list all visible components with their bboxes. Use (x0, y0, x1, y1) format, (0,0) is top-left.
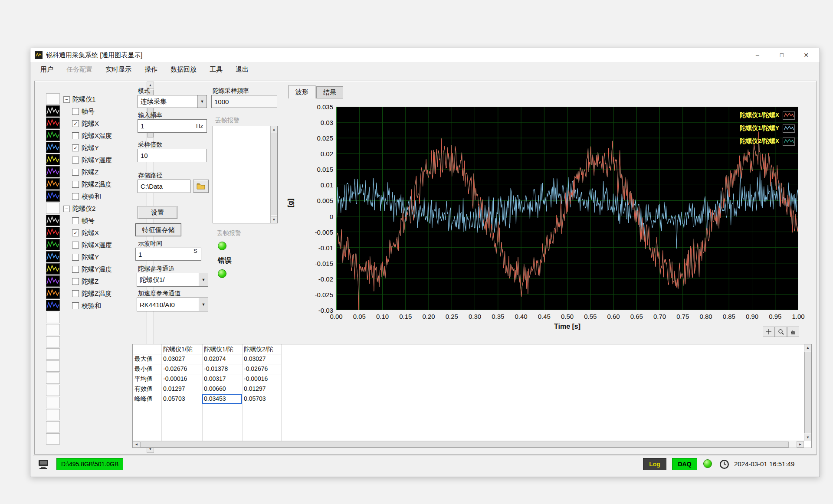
channel-checkbox[interactable] (72, 217, 79, 224)
mode-combo[interactable]: 连续采集 ▼ (138, 95, 207, 108)
table-row-label: 最大值 (134, 354, 153, 364)
menu-item-5[interactable]: 工具 (203, 65, 229, 74)
gyro-ref-combo[interactable]: 陀螺仪1/ ▼ (137, 273, 208, 287)
chevron-down-icon[interactable]: ▼ (197, 95, 207, 108)
scrollbar-thumb[interactable] (140, 442, 789, 448)
legend-item[interactable]: 陀螺仪1/陀螺Y (633, 122, 795, 135)
channel-checkbox[interactable]: ✓ (72, 229, 79, 236)
x-tick-label: 0.55 (584, 313, 597, 320)
table-cell[interactable]: 0.01297 (244, 384, 266, 394)
menu-item-4[interactable]: 数据回放 (164, 65, 203, 74)
menu-item-3[interactable]: 操作 (138, 65, 164, 74)
scroll-up-icon[interactable]: ▲ (271, 126, 277, 133)
close-button[interactable]: ✕ (796, 48, 816, 62)
table-hscrollbar[interactable]: ◄► (133, 441, 804, 448)
channel-checkbox[interactable] (72, 302, 79, 309)
title-bar[interactable]: 锐科通用采集系统 [通用图表显示] – □ ✕ (30, 48, 820, 62)
minimize-button[interactable]: – (748, 48, 767, 62)
table-cell[interactable]: 0.00317 (204, 374, 226, 384)
table-cell[interactable]: 0.03027 (244, 354, 266, 364)
menu-item-0[interactable]: 用户 (34, 65, 60, 74)
graph-cursor-tool-icon[interactable] (763, 327, 775, 337)
table-cell[interactable]: 0.05703 (244, 394, 266, 404)
table-vscrollbar[interactable]: ▲▼ (804, 344, 811, 441)
scroll-down-icon[interactable]: ▼ (271, 216, 277, 223)
path-field[interactable] (138, 180, 190, 193)
table-cell[interactable]: -0.02676 (244, 364, 268, 374)
graph-pan-tool-icon[interactable] (787, 327, 799, 337)
channel-checkbox[interactable] (72, 132, 79, 139)
listbox-scrollbar[interactable]: ▲ ▼ (270, 126, 277, 223)
table-cell[interactable]: -0.02676 (163, 364, 187, 374)
scroll-down-icon[interactable]: ▼ (804, 434, 811, 441)
table-cell[interactable]: 0.05703 (163, 394, 185, 404)
channel-checkbox[interactable] (72, 169, 79, 176)
settings-button[interactable]: 设置 (138, 206, 177, 219)
scope-time-field[interactable] (135, 248, 201, 261)
menu-item-2[interactable]: 实时显示 (99, 65, 138, 74)
log-button[interactable]: Log (643, 458, 666, 470)
tree-group-label: 陀螺仪2 (72, 205, 95, 213)
menu-item-6[interactable]: 退出 (229, 65, 255, 74)
table-cell[interactable]: 0.01297 (163, 384, 185, 394)
channel-checkbox[interactable] (72, 193, 79, 200)
table-cell[interactable]: -0.01378 (204, 364, 228, 374)
channel-waveform-icon (46, 288, 60, 299)
selected-cell-outline (202, 394, 242, 404)
drop-alarm-listbox[interactable]: ▲ ▼ (213, 126, 278, 223)
chevron-down-icon[interactable]: ▼ (199, 273, 208, 286)
stats-table[interactable]: 陀螺仪1/陀陀螺仪1/陀陀螺仪2/陀最大值0.030270.020740.030… (132, 344, 812, 448)
y-tick-label: 0.005 (317, 197, 333, 204)
gyro-ref-label: 陀螺参考通道 (138, 265, 174, 273)
channel-checkbox[interactable] (72, 290, 79, 297)
gyro-rate-field[interactable] (211, 95, 277, 108)
table-cell[interactable]: 0.02074 (204, 354, 226, 364)
channel-checkbox[interactable] (72, 242, 79, 249)
channel-checkbox[interactable] (72, 254, 79, 261)
table-cell[interactable]: 0.00660 (204, 384, 226, 394)
channel-checkbox[interactable]: ✓ (72, 120, 79, 127)
legend-item[interactable]: 陀螺仪1/陀螺X (633, 109, 795, 122)
scroll-right-icon[interactable]: ► (797, 441, 804, 448)
channel-checkbox[interactable] (72, 266, 79, 273)
graph-zoom-tool-icon[interactable] (775, 327, 787, 337)
channel-checkbox[interactable] (72, 108, 79, 115)
daq-button[interactable]: DAQ (672, 458, 697, 470)
scroll-up-icon[interactable]: ▲ (804, 344, 811, 351)
disk-usage-badge: D:\495.8GB\501.0GB (56, 458, 123, 470)
tree-group[interactable]: −陀螺仪1 (62, 93, 145, 105)
table-cell[interactable]: -0.00016 (244, 374, 268, 384)
chevron-down-icon[interactable]: ▼ (199, 298, 208, 311)
y-tick-label: 0.025 (317, 134, 333, 142)
channel-checkbox[interactable] (72, 181, 79, 188)
channel-checkbox[interactable]: ✓ (72, 144, 79, 151)
table-cell[interactable]: 0.03027 (163, 354, 185, 364)
sample-mult-field[interactable] (138, 149, 207, 162)
tab-result[interactable]: 结果 (316, 86, 343, 98)
table-gridline (202, 344, 203, 441)
x-tick-label: 0.80 (699, 313, 712, 320)
channel-checkbox[interactable] (72, 157, 79, 164)
tree-group[interactable]: −陀螺仪2 (62, 203, 145, 215)
channel-waveform-icon (46, 105, 60, 117)
table-gridline (133, 424, 281, 424)
scope-time-label: 示波时间 (138, 240, 162, 248)
tree-channel-label: 校验和 (82, 193, 101, 201)
tree-channel-label: 陀螺Y (82, 253, 99, 262)
tab-waveform[interactable]: 波形 (289, 85, 315, 98)
expand-toggle-icon[interactable]: − (63, 206, 70, 212)
browse-folder-button[interactable] (193, 180, 209, 193)
x-axis-ticks: 0.000.050.100.150.200.250.300.350.400.45… (336, 313, 798, 321)
feature-store-button[interactable]: 特征值存储 (135, 223, 181, 236)
expand-toggle-icon[interactable]: − (63, 96, 70, 103)
strip-empty-cell (46, 360, 60, 372)
legend-item[interactable]: 陀螺仪2/陀螺X (633, 135, 795, 148)
table-cell[interactable]: -0.00016 (163, 374, 187, 384)
scroll-left-icon[interactable]: ◄ (133, 441, 140, 448)
clock-icon (719, 459, 730, 471)
accel-ref-combo[interactable]: RK4410/AI0 ▼ (137, 298, 208, 311)
maximize-button[interactable]: □ (772, 48, 792, 62)
scrollbar-thumb[interactable] (804, 352, 811, 433)
channel-checkbox[interactable] (72, 278, 79, 285)
scrollbar-thumb[interactable] (271, 134, 277, 215)
